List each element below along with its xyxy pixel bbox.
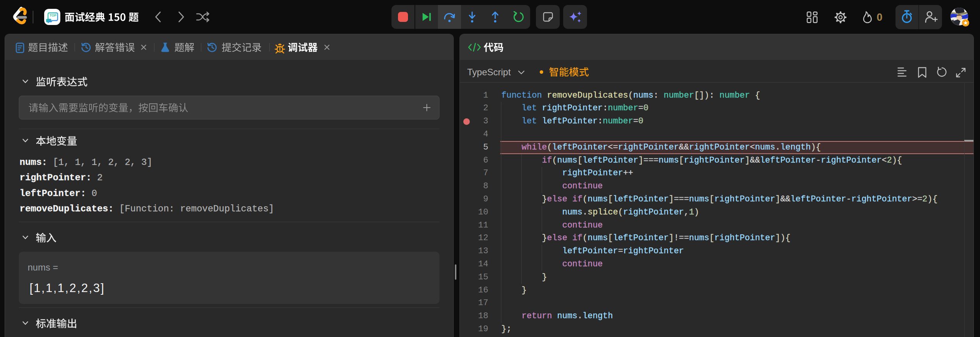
- svg-text:TOP: TOP: [50, 13, 56, 17]
